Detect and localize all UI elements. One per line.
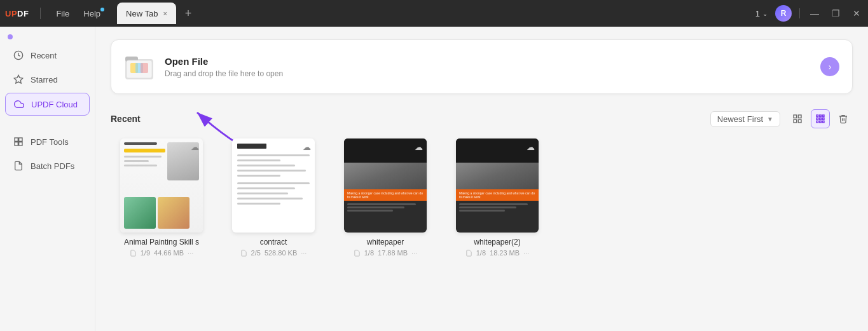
svg-rect-16 <box>798 119 801 123</box>
svg-rect-23 <box>816 121 818 123</box>
svg-rect-20 <box>816 118 818 120</box>
svg-rect-14 <box>798 115 801 118</box>
files-grid: ☁ <box>111 138 853 257</box>
list-view-button[interactable] <box>788 109 807 128</box>
main-area: Recent Starred UPDF Cloud <box>0 27 868 331</box>
sort-label: Newest First <box>717 114 763 124</box>
file-size-animal: 44.66 MB <box>154 249 184 257</box>
pdf-tools-icon <box>13 136 24 147</box>
sort-chevron-icon: ▼ <box>767 116 773 123</box>
pdf-tools-label: PDF Tools <box>31 137 69 147</box>
file-card-whitepaper[interactable]: ☁ Making a stronger case including and w… <box>334 138 436 257</box>
cloud-sync-icon-3: ☁ <box>415 142 423 152</box>
tab-close-button[interactable]: × <box>163 10 167 17</box>
cloud-sync-icon-4: ☁ <box>527 142 535 152</box>
file-pages-animal: 1/9 <box>141 249 150 257</box>
sidebar-item-recent[interactable]: Recent <box>5 44 90 66</box>
more-button-whitepaper2[interactable]: ··· <box>523 249 529 257</box>
open-file-folder-icon <box>124 51 155 82</box>
logo-up: UP <box>5 9 17 18</box>
batch-pdfs-label: Batch PDFs <box>31 161 74 171</box>
more-button-animal[interactable]: ··· <box>188 249 193 257</box>
pages-icon-2 <box>240 250 247 257</box>
cloud-sync-icon: ☁ <box>191 142 199 152</box>
file-meta-whitepaper: 1/8 17.88 MB ··· <box>354 249 418 257</box>
recent-header: Recent Newest First ▼ <box>111 109 853 128</box>
titlebar-divider <box>40 8 41 19</box>
file-size-contract: 528.80 KB <box>265 249 297 257</box>
file-thumbnail-animal: ☁ <box>120 138 203 233</box>
batch-pdfs-icon <box>13 160 24 172</box>
star-icon <box>13 74 24 85</box>
pages-icon-4 <box>465 250 472 257</box>
svg-rect-15 <box>794 119 797 123</box>
menu-help[interactable]: Help <box>77 6 107 21</box>
user-avatar[interactable]: R <box>775 5 792 22</box>
file-size-whitepaper2: 18.23 MB <box>490 249 520 257</box>
file-pages-whitepaper: 1/8 <box>364 249 374 257</box>
sidebar-item-updf-cloud[interactable]: UPDF Cloud <box>5 93 90 116</box>
page-count: 1 ⌄ <box>755 9 768 18</box>
svg-rect-24 <box>820 121 822 123</box>
file-card-animal[interactable]: ☁ <box>111 138 212 257</box>
file-pages-contract: 2/5 <box>251 249 261 257</box>
recent-label: Recent <box>31 51 57 60</box>
sidebar-item-pdf-tools[interactable]: PDF Tools <box>5 131 90 152</box>
svg-rect-5 <box>19 142 22 145</box>
window-controls: 1 ⌄ R — ❐ ✕ <box>755 5 863 22</box>
open-file-arrow-button[interactable]: › <box>820 57 839 76</box>
active-indicator <box>8 34 13 39</box>
sidebar-item-batch-pdfs[interactable]: Batch PDFs <box>5 155 90 177</box>
help-notification-dot <box>100 8 104 11</box>
file-pages-whitepaper2: 1/8 <box>476 249 486 257</box>
updf-cloud-label: UPDF Cloud <box>31 100 78 109</box>
file-name-contract: contract <box>260 238 287 247</box>
file-thumbnail-whitepaper2: ☁ Making a stronger case including and w… <box>456 138 539 233</box>
file-name-whitepaper2: whitepaper(2) <box>474 238 520 247</box>
titlebar: UPDF File Help New Tab × + 1 ⌄ R — ❐ ✕ <box>0 0 868 27</box>
svg-rect-21 <box>820 118 822 120</box>
new-tab[interactable]: New Tab × <box>117 3 176 24</box>
open-file-subtitle: Drag and drop the file here to open <box>165 69 820 78</box>
view-controls <box>788 109 853 128</box>
app-logo: UPDF <box>5 9 29 18</box>
sort-dropdown[interactable]: Newest First ▼ <box>710 111 780 127</box>
sidebar-item-starred[interactable]: Starred <box>5 69 90 90</box>
file-meta-whitepaper2: 1/8 18.23 MB ··· <box>465 249 530 257</box>
open-file-title: Open File <box>165 56 820 67</box>
svg-rect-18 <box>820 115 822 117</box>
menu-file[interactable]: File <box>50 6 76 21</box>
more-button-whitepaper[interactable]: ··· <box>411 249 417 257</box>
sidebar: Recent Starred UPDF Cloud <box>0 27 95 331</box>
file-meta-contract: 2/5 528.80 KB ··· <box>240 249 307 257</box>
starred-label: Starred <box>31 75 58 84</box>
file-name-whitepaper: whitepaper <box>367 238 404 247</box>
clock-icon <box>13 50 24 61</box>
content-area: Open File Drag and drop the file here to… <box>95 27 868 331</box>
tab-bar: New Tab × + <box>117 3 750 24</box>
svg-marker-1 <box>14 75 22 83</box>
logo-df: DF <box>17 9 29 18</box>
svg-rect-3 <box>19 138 22 141</box>
close-button[interactable]: ✕ <box>850 7 863 20</box>
file-thumbnail-whitepaper: ☁ Making a stronger case including and w… <box>344 138 427 233</box>
file-meta-animal: 1/9 44.66 MB ··· <box>130 249 194 257</box>
maximize-button[interactable]: ❐ <box>829 7 843 20</box>
wc-divider <box>799 8 800 18</box>
file-card-whitepaper2[interactable]: ☁ Making a stronger case including and w… <box>446 138 548 257</box>
recent-section-title: Recent <box>111 114 710 124</box>
svg-rect-19 <box>822 115 824 117</box>
more-button-contract[interactable]: ··· <box>301 249 307 257</box>
svg-rect-12 <box>141 63 148 73</box>
grid-view-button[interactable] <box>811 109 830 128</box>
cloud-sync-icon-2: ☁ <box>303 142 311 152</box>
delete-button[interactable] <box>834 109 853 128</box>
svg-rect-22 <box>822 118 824 120</box>
add-tab-button[interactable]: + <box>180 5 196 22</box>
minimize-button[interactable]: — <box>808 7 822 20</box>
svg-rect-4 <box>15 142 18 145</box>
svg-rect-25 <box>822 121 824 123</box>
open-file-card[interactable]: Open File Drag and drop the file here to… <box>111 39 853 94</box>
file-name-animal: Animal Painting Skill s <box>124 238 199 247</box>
file-card-contract[interactable]: ☁ contract 2/5 528.80 <box>223 138 324 257</box>
